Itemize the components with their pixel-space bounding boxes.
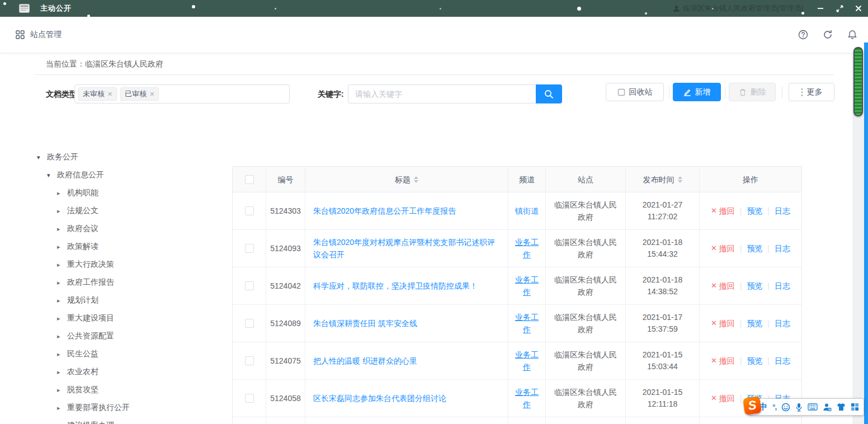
preview-link[interactable]: 预览 [747, 205, 762, 217]
log-link[interactable]: 日志 [775, 205, 790, 217]
tree-expand-arrow-icon[interactable]: ▸ [57, 225, 66, 233]
delete-button[interactable]: 删除 [729, 83, 776, 101]
doc-site: 临淄区朱台镇人民政府 [546, 342, 626, 380]
tree-item[interactable]: ▸ 机构职能 [34, 184, 229, 202]
sort-publish-time-icon[interactable] [678, 176, 682, 183]
tree-item[interactable]: ▸ 政策解读 [34, 238, 229, 256]
ime-account-icon[interactable]: 19 [823, 403, 832, 412]
tree-item[interactable]: ▸ 民生公益 [34, 345, 229, 363]
row-checkbox[interactable] [245, 319, 254, 328]
ime-keyboard-icon[interactable] [808, 403, 818, 411]
tree-expand-arrow-icon[interactable]: ▸ [57, 297, 66, 304]
doc-channel-link[interactable]: 业务工作 [514, 348, 540, 373]
sort-title-icon[interactable] [414, 176, 418, 183]
header-id: 编号 [266, 167, 305, 192]
maximize-button[interactable] [830, 0, 849, 17]
doc-title-link[interactable]: 朱台镇2020年政府信息公开工作年度报告 [313, 205, 456, 217]
notifications-bell-icon[interactable] [847, 29, 858, 40]
close-button[interactable] [849, 0, 868, 17]
ime-emoji-icon[interactable] [781, 403, 790, 412]
tree-expand-arrow-icon[interactable]: ▸ [57, 190, 66, 197]
more-button[interactable]: 更多 [789, 83, 834, 101]
withdraw-button[interactable]: ✕ 撤回 [711, 205, 735, 217]
recycle-bin-button[interactable]: 回收站 [606, 83, 664, 101]
tree-item[interactable]: ▸ 重大行政决策 [34, 256, 229, 274]
tree-item[interactable]: ▸ 法规公文 [34, 202, 229, 220]
log-link[interactable]: 日志 [775, 317, 790, 329]
ime-toolbox-icon[interactable] [851, 403, 859, 411]
remove-tag-icon[interactable]: ✕ [149, 91, 154, 98]
tree-expand-arrow-icon[interactable]: ▸ [57, 422, 66, 424]
preview-link[interactable]: 预览 [747, 355, 762, 367]
ime-skin-icon[interactable] [837, 403, 846, 411]
withdraw-button[interactable]: ✕ 撤回 [711, 280, 735, 292]
tree-expand-arrow-icon[interactable]: ▸ [57, 387, 66, 394]
withdraw-button[interactable]: ✕ 撤回 [711, 392, 735, 404]
tree-expand-arrow-icon[interactable]: ▾ [47, 172, 56, 179]
tree-expand-arrow-icon[interactable]: ▾ [37, 154, 46, 161]
preview-link[interactable]: 预览 [747, 242, 762, 255]
keyword-input[interactable] [348, 84, 536, 103]
row-checkbox[interactable] [245, 394, 254, 403]
header-operations: 操作 [700, 167, 801, 192]
refresh-icon[interactable] [822, 29, 833, 40]
row-checkbox[interactable] [245, 356, 254, 365]
doc-title-link[interactable]: 朱台镇2020年度对村观摩点评暨村党支部书记述职评议会召开 [313, 236, 502, 261]
sogou-ime-logo[interactable]: S [743, 394, 762, 417]
doc-title-link[interactable]: 区长宋磊同志参加朱台代表团分组讨论 [313, 392, 446, 404]
doc-channel-link[interactable]: 业务工作 [514, 311, 540, 336]
add-button[interactable]: 新增 [673, 83, 721, 101]
tree-item[interactable]: ▸ 政府工作报告 [34, 274, 229, 291]
tree-item[interactable]: ▸ 脱贫攻坚 [34, 381, 229, 399]
doc-channel-link[interactable]: 镇街道 [515, 205, 539, 217]
tree-item[interactable]: ▸ 建议提案办理 [34, 417, 229, 424]
doc-type-tag-reviewed[interactable]: 已审核 ✕ [120, 87, 159, 101]
tree-expand-arrow-icon[interactable]: ▸ [57, 369, 66, 376]
preview-link[interactable]: 预览 [747, 280, 762, 292]
remove-tag-icon[interactable]: ✕ [107, 91, 112, 98]
withdraw-button[interactable]: ✕ 撤回 [711, 355, 735, 367]
log-link[interactable]: 日志 [775, 280, 790, 292]
doc-type-tag-unreviewed[interactable]: 未审核 ✕ [78, 87, 117, 101]
search-button[interactable] [536, 84, 562, 103]
ime-punctuation[interactable]: °, [772, 403, 776, 411]
nav-site-management[interactable]: 站点管理 [16, 30, 62, 40]
tree-expand-arrow-icon[interactable]: ▸ [57, 404, 66, 412]
preview-link[interactable]: 预览 [747, 317, 762, 329]
row-checkbox[interactable] [245, 206, 254, 215]
tree-expand-arrow-icon[interactable]: ▸ [57, 279, 66, 286]
withdraw-button[interactable]: ✕ 撤回 [711, 317, 735, 329]
tree-item[interactable]: ▸ 重大建设项目 [34, 309, 229, 327]
doc-title-link[interactable]: 朱台镇深耕责任田 筑牢安全线 [313, 317, 417, 329]
row-checkbox[interactable] [245, 281, 254, 290]
tree-expand-arrow-icon[interactable]: ▸ [57, 351, 66, 358]
scrollbar-thumb[interactable] [853, 47, 863, 116]
tree-item[interactable]: ▾ 政务公开 [34, 148, 229, 166]
doc-type-multiselect[interactable]: 未审核 ✕ 已审核 ✕ [74, 84, 290, 103]
tree-item[interactable]: ▸ 规划计划 [34, 291, 229, 309]
log-link[interactable]: 日志 [775, 242, 790, 255]
row-checkbox[interactable] [245, 244, 254, 253]
tree-item[interactable]: ▸ 农业农村 [34, 363, 229, 381]
ime-voice-icon[interactable] [795, 403, 803, 412]
tree-item[interactable]: ▸ 重要部署执行公开 [34, 399, 229, 417]
help-icon[interactable] [798, 29, 809, 40]
tree-expand-arrow-icon[interactable]: ▸ [57, 315, 66, 322]
table-row-partial [233, 417, 801, 424]
select-all-checkbox[interactable] [245, 175, 254, 184]
doc-title-link[interactable]: 科学应对，联防联控，坚决捍卫疫情防控成果！ [313, 280, 478, 292]
doc-channel-link[interactable]: 业务工作 [514, 236, 540, 261]
minimize-button[interactable] [811, 0, 830, 17]
doc-title-link[interactable]: 把人性的温暖 织进群众的心里 [313, 355, 417, 367]
withdraw-button[interactable]: ✕ 撤回 [711, 242, 735, 255]
tree-expand-arrow-icon[interactable]: ▸ [57, 243, 66, 251]
tree-expand-arrow-icon[interactable]: ▸ [57, 261, 66, 268]
tree-item[interactable]: ▸ 公共资源配置 [34, 327, 229, 345]
tree-item[interactable]: ▸ 政府会议 [34, 220, 229, 238]
tree-item[interactable]: ▾ 政府信息公开 [34, 166, 229, 184]
tree-expand-arrow-icon[interactable]: ▸ [57, 208, 66, 215]
tree-expand-arrow-icon[interactable]: ▸ [57, 333, 66, 340]
doc-channel-link[interactable]: 业务工作 [514, 386, 540, 411]
doc-channel-link[interactable]: 业务工作 [514, 274, 540, 298]
log-link[interactable]: 日志 [775, 355, 790, 367]
